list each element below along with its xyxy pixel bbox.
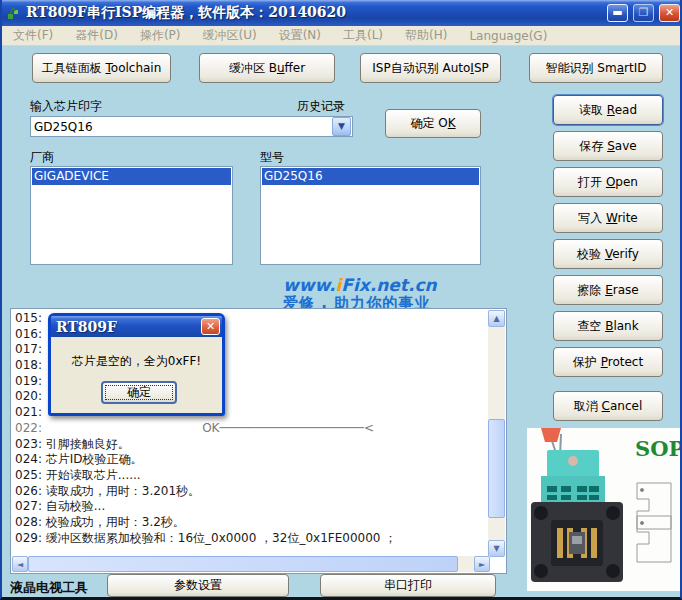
titlebar: RT809F串行ISP编程器，软件版本：20140620 ▬ ❐ ✕ — [2, 0, 682, 26]
menu-item-buffer[interactable]: 缓冲区(U) — [191, 27, 267, 44]
dialog-message: 芯片是空的，全为0xFF! — [51, 353, 222, 370]
close-button[interactable]: ✕ — [659, 4, 680, 22]
dialog-ok-button[interactable]: 确定 — [101, 381, 177, 404]
maximize-icon: ❐ — [639, 6, 649, 19]
sop8-photo-image: SOP8 — [527, 428, 681, 591]
ok-button[interactable]: 确定 OK — [385, 109, 481, 138]
scroll-right-button[interactable]: ► — [474, 556, 490, 572]
menu-item-tools[interactable]: 工具(L) — [332, 27, 394, 44]
verify-button[interactable]: 校验 Verify — [553, 239, 663, 269]
cancel-button-label: 取消 Cancel — [574, 398, 643, 415]
write-button-label: 写入 Write — [578, 210, 638, 227]
vendor-listbox[interactable]: GIGADEVICE — [30, 166, 233, 265]
protect-button-label: 保护 Protect — [573, 354, 643, 371]
vendor-list-item-selected[interactable]: GIGADEVICE — [32, 168, 231, 185]
cancel-button[interactable]: 取消 Cancel — [553, 391, 663, 421]
log-line: 026: 读取成功，用时：3.201秒。 — [15, 484, 487, 500]
menubar: 文件(F) 器件(D) 操作(P) 缓冲区(U) 设置(N) 工具(L) 帮助(… — [2, 26, 682, 46]
menu-item-language[interactable]: Language(G) — [458, 29, 558, 43]
model-list-item-selected[interactable]: GD25Q16 — [262, 168, 479, 185]
save-button[interactable]: 保存 Save — [553, 131, 663, 161]
dropdown-arrow-button[interactable]: ▼ — [332, 117, 351, 136]
watermark: www.iFix.net.cn 爱修 . 助力你的事业 — [283, 276, 437, 312]
scroll-down-button[interactable]: ▼ — [488, 540, 505, 557]
verify-button-label: 校验 Verify — [577, 246, 639, 263]
write-button[interactable]: 写入 Write — [553, 203, 663, 233]
log-line: 025: 开始读取芯片...... — [15, 468, 487, 484]
save-button-label: 保存 Save — [579, 138, 636, 155]
model-listbox[interactable]: GD25Q16 — [260, 166, 481, 265]
scroll-up-button[interactable]: ▲ — [488, 310, 505, 327]
arrow-down-icon: ▼ — [493, 544, 499, 553]
log-line: 029: 缓冲区数据累加校验和：16位_0x0000 ，32位_0x1FE000… — [15, 531, 487, 547]
erase-button-label: 擦除 Erase — [577, 282, 638, 299]
open-button-label: 打开 Open — [578, 174, 638, 191]
dialog-close-button[interactable]: ✕ — [201, 318, 220, 335]
blank-button-label: 查空 Blank — [577, 318, 638, 335]
log-line: 023: 引脚接触良好。 — [15, 437, 487, 453]
close-icon: ✕ — [206, 320, 215, 333]
vertical-scroll-thumb[interactable] — [488, 419, 505, 518]
erase-button[interactable]: 擦除 Erase — [553, 275, 663, 305]
minimize-button[interactable]: ▬ — [607, 4, 628, 22]
buffer-button-label: 缓冲区 Buffer — [229, 60, 305, 77]
message-dialog: RT809F ✕ 芯片是空的，全为0xFF! 确定 — [48, 313, 225, 416]
chip-input-value[interactable]: GD25Q16 — [31, 120, 332, 134]
log-line: 022: OK────────────────────< — [15, 421, 487, 437]
scroll-left-button[interactable]: ◄ — [12, 556, 28, 572]
horizontal-scroll-thumb[interactable] — [28, 556, 458, 572]
arrow-up-icon: ▲ — [493, 314, 499, 323]
chevron-down-icon: ▼ — [338, 121, 345, 131]
menu-item-file[interactable]: 文件(F) — [2, 27, 64, 44]
history-label: 历史记录 — [297, 98, 345, 115]
chip-input-label: 输入芯片印字 — [30, 98, 102, 115]
sop8-caption: SOP8 — [635, 436, 681, 461]
app-window: RT809F串行ISP编程器，软件版本：20140620 ▬ ❐ ✕ 文件(F)… — [0, 0, 682, 600]
toolchain-button[interactable]: 工具链面板 Toolchain — [32, 53, 171, 83]
log-line: 024: 芯片ID校验正确。 — [15, 452, 487, 468]
arrow-left-icon: ◄ — [17, 560, 23, 569]
close-icon: ✕ — [665, 6, 674, 19]
serial-print-label: 串口打印 — [384, 577, 432, 594]
log-line: 027: 自动校验... — [15, 499, 487, 515]
menu-item-operation[interactable]: 操作(P) — [129, 27, 192, 44]
smartid-button-label: 智能识别 SmartID — [546, 60, 647, 77]
autoisp-button[interactable]: ISP自动识别 AutoISP — [360, 53, 501, 83]
vendor-label: 厂商 — [30, 149, 54, 166]
dialog-titlebar[interactable]: RT809F ✕ — [51, 316, 222, 337]
dialog-title: RT809F — [51, 319, 201, 335]
read-button-label: 读取 Read — [579, 102, 637, 119]
read-button[interactable]: 读取 Read — [553, 95, 663, 125]
chip-input-combobox[interactable]: GD25Q16 ▼ — [30, 116, 353, 137]
dialog-ok-label: 确定 — [127, 384, 151, 401]
autoisp-button-label: ISP自动识别 AutoISP — [372, 60, 488, 77]
open-button[interactable]: 打开 Open — [553, 167, 663, 197]
lcd-tools-label: 液晶电视工具 — [10, 579, 88, 597]
window-title: RT809F串行ISP编程器，软件版本：20140620 — [26, 4, 346, 22]
smartid-button[interactable]: 智能识别 SmartID — [529, 53, 663, 83]
menu-item-help[interactable]: 帮助(H) — [394, 27, 458, 44]
param-settings-button[interactable]: 参数设置 — [107, 574, 289, 597]
protect-button[interactable]: 保护 Protect — [553, 347, 663, 377]
toolchain-button-label: 工具链面板 Toolchain — [42, 60, 162, 77]
minimize-icon: ▬ — [612, 6, 622, 19]
menu-item-settings[interactable]: 设置(N) — [268, 27, 332, 44]
ok-button-label: 确定 OK — [410, 115, 455, 132]
sop8-photo: SOP8 — [527, 428, 681, 591]
arrow-right-icon: ► — [479, 560, 485, 569]
menu-item-device[interactable]: 器件(D) — [64, 27, 129, 44]
maximize-button[interactable]: ❐ — [633, 4, 654, 22]
blank-button[interactable]: 查空 Blank — [553, 311, 663, 341]
watermark-url: www.iFix.net.cn — [283, 276, 437, 294]
app-icon — [6, 5, 22, 21]
log-line: 028: 校验成功，用时：3.2秒。 — [15, 515, 487, 531]
serial-print-button[interactable]: 串口打印 — [320, 574, 496, 597]
param-settings-label: 参数设置 — [174, 577, 222, 594]
buffer-button[interactable]: 缓冲区 Buffer — [199, 53, 335, 83]
window-controls: ▬ ❐ ✕ — [607, 4, 680, 22]
vertical-scrollbar[interactable]: ▲ ▼ — [488, 310, 505, 557]
horizontal-scrollbar[interactable]: ◄ ► — [12, 556, 490, 572]
model-label: 型号 — [260, 149, 284, 166]
